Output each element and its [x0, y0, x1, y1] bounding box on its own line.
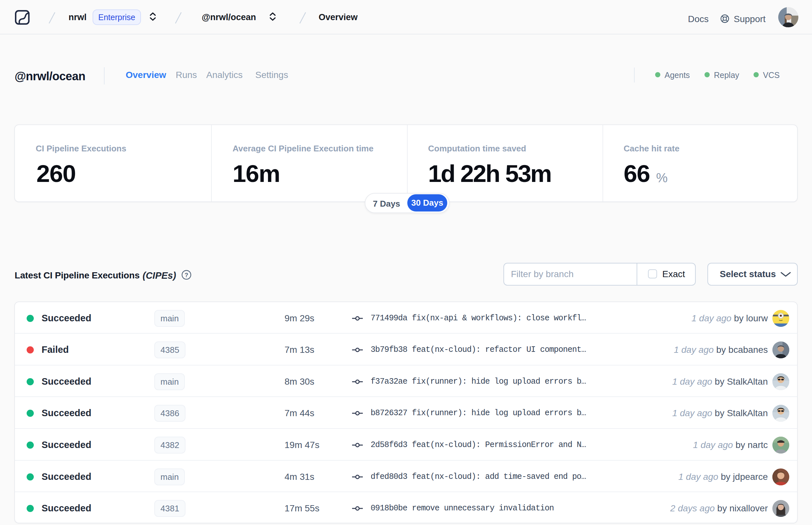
svg-text:?: ?: [185, 272, 188, 279]
